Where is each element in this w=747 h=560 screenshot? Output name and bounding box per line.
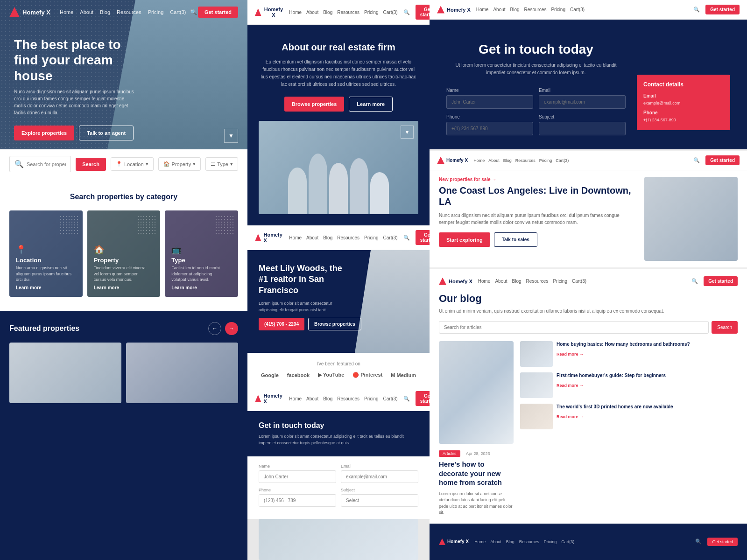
about-nav-about[interactable]: About <box>306 10 318 15</box>
contact-big-nav-blog[interactable]: Blog <box>510 7 520 12</box>
blog-read-more-2[interactable]: Read more → <box>557 383 584 388</box>
bottom-cta-button[interactable]: Get started <box>707 538 738 546</box>
blog-search-icon-nav[interactable]: 🔍 <box>691 278 698 284</box>
property-filter[interactable]: 🏠 Property ▾ <box>158 157 201 171</box>
browse-button[interactable]: Browse properties <box>308 318 361 330</box>
blog-read-more-3[interactable]: Read more → <box>557 414 584 419</box>
bottom-nav-about[interactable]: About <box>490 539 501 544</box>
nav-home[interactable]: Home <box>60 9 73 15</box>
big-phone-input[interactable] <box>446 122 533 135</box>
bottom-search-icon[interactable]: 🔍 <box>695 539 702 545</box>
bottom-nav-pricing[interactable]: Pricing <box>544 539 557 544</box>
phone-input[interactable] <box>259 494 336 507</box>
blog-nav-about[interactable]: About <box>495 279 507 284</box>
contact-big-cta[interactable]: Get started <box>705 5 740 14</box>
property-card-1[interactable] <box>9 343 121 403</box>
about-nav-home[interactable]: Home <box>289 10 302 15</box>
category-link-3[interactable]: Learn more <box>171 285 227 290</box>
nav-pricing[interactable]: Pricing <box>148 9 164 15</box>
bottom-nav-cart[interactable]: Cart(3) <box>561 539 574 544</box>
contact-big-nav-about[interactable]: About <box>493 7 505 12</box>
big-email-input[interactable] <box>539 95 626 109</box>
nav-cart[interactable]: Cart(3) <box>170 9 186 15</box>
location-filter[interactable]: 📍 Location ▾ <box>111 157 154 171</box>
email-input[interactable] <box>341 470 418 483</box>
search-button[interactable]: Search <box>76 158 106 171</box>
talk-to-sales-button[interactable]: Talk to sales <box>494 232 537 247</box>
learn-more-button[interactable]: Learn more <box>349 97 393 112</box>
realtor-nav-blog[interactable]: Blog <box>323 235 332 240</box>
property-nav-resources[interactable]: Resources <box>515 158 536 163</box>
category-link-1[interactable]: Learn more <box>16 285 72 290</box>
nav-resources[interactable]: Resources <box>117 9 141 15</box>
nav-blog[interactable]: Blog <box>100 9 110 15</box>
new-properties-label[interactable]: New properties for sale → <box>439 177 635 182</box>
next-arrow-button[interactable]: → <box>225 322 238 335</box>
realtor-nav-cart[interactable]: Cart(3) <box>383 235 398 240</box>
bottom-nav-blog[interactable]: Blog <box>506 539 514 544</box>
contact-nav-cart[interactable]: Cart(3) <box>383 396 398 401</box>
realtor-nav-about[interactable]: About <box>306 235 318 240</box>
property-nav-cart[interactable]: Cart(3) <box>556 158 569 163</box>
get-started-button[interactable]: Get started <box>198 7 238 18</box>
nav-about[interactable]: About <box>80 9 93 15</box>
property-nav-pricing[interactable]: Pricing <box>539 158 552 163</box>
property-cta[interactable]: Get started <box>705 155 740 165</box>
explore-properties-button[interactable]: Explore properties <box>14 126 74 140</box>
start-exploring-button[interactable]: Start exploring <box>439 232 490 247</box>
about-search-icon[interactable]: 🔍 <box>403 9 410 15</box>
subject-input[interactable] <box>341 494 418 507</box>
name-input[interactable] <box>259 470 336 483</box>
contact-nav-blog[interactable]: Blog <box>323 396 332 401</box>
phone-button[interactable]: (415) 706 - 2204 <box>259 318 304 330</box>
property-nav-about[interactable]: About <box>488 158 500 163</box>
property-search-icon[interactable]: 🔍 <box>693 157 700 163</box>
bottom-nav-home[interactable]: Home <box>474 539 486 544</box>
blog-nav-home[interactable]: Home <box>478 279 491 284</box>
talk-to-agent-button[interactable]: Talk to an agent <box>79 126 134 140</box>
big-name-input[interactable] <box>446 95 533 109</box>
contact-big-nav-cart[interactable]: Cart(3) <box>570 7 585 12</box>
big-subject-input[interactable] <box>539 122 626 135</box>
blog-nav-blog[interactable]: Blog <box>512 279 521 284</box>
category-link-2[interactable]: Learn more <box>94 285 150 290</box>
blog-search-button[interactable]: Search <box>712 321 738 334</box>
about-scroll-button[interactable]: ▼ <box>401 126 414 139</box>
property-nav-blog[interactable]: Blog <box>503 158 512 163</box>
category-card-location[interactable]: 📍 Location Nunc arcu dlignsism nec sit a… <box>9 210 83 297</box>
about-nav-resources[interactable]: Resources <box>337 10 359 15</box>
blog-nav-cart[interactable]: Cart(3) <box>572 279 586 284</box>
contact-big-nav-pricing[interactable]: Pricing <box>551 7 565 12</box>
blog-nav-resources[interactable]: Resources <box>526 279 549 284</box>
blog-search-input[interactable] <box>439 321 709 334</box>
type-filter[interactable]: ☰ Type ▾ <box>205 157 238 171</box>
contact-big-nav-home[interactable]: Home <box>476 7 489 12</box>
contact-big-search-icon[interactable]: 🔍 <box>693 7 700 13</box>
search-icon[interactable]: 🔍 <box>190 9 197 15</box>
category-card-type[interactable]: 📺 Type Facilisi leo id non id morbi idol… <box>165 210 238 297</box>
contact-nav-about[interactable]: About <box>306 396 318 401</box>
realtor-search-icon[interactable]: 🔍 <box>403 235 410 241</box>
property-nav-home[interactable]: Home <box>473 158 485 163</box>
about-nav-pricing[interactable]: Pricing <box>364 10 379 15</box>
category-card-property[interactable]: 🏠 Property Tinciidunt viverra elit viver… <box>87 210 161 297</box>
scroll-down-button[interactable]: ▼ <box>224 129 238 143</box>
realtor-nav-pricing[interactable]: Pricing <box>364 235 379 240</box>
realtor-nav-resources[interactable]: Resources <box>337 235 359 240</box>
contact-nav-home[interactable]: Home <box>289 396 302 401</box>
blog-cta[interactable]: Get started <box>704 276 738 286</box>
property-card-2[interactable] <box>126 343 238 403</box>
browse-properties-button[interactable]: Browse properties <box>284 97 345 112</box>
about-nav-cart[interactable]: Cart(3) <box>383 10 398 15</box>
contact-nav-pricing[interactable]: Pricing <box>364 396 379 401</box>
blog-read-more-1[interactable]: Read more → <box>557 352 584 357</box>
bottom-nav-resources[interactable]: Resources <box>519 539 539 544</box>
contact-nav-resources[interactable]: Resources <box>337 396 359 401</box>
blog-nav-pricing[interactable]: Pricing <box>553 279 567 284</box>
about-nav-blog[interactable]: Blog <box>323 10 332 15</box>
realtor-nav-home[interactable]: Home <box>289 235 302 240</box>
prev-arrow-button[interactable]: ← <box>208 322 221 335</box>
search-input[interactable] <box>27 161 66 167</box>
contact-big-nav-resources[interactable]: Resources <box>524 7 547 12</box>
contact-search-icon[interactable]: 🔍 <box>403 396 410 402</box>
